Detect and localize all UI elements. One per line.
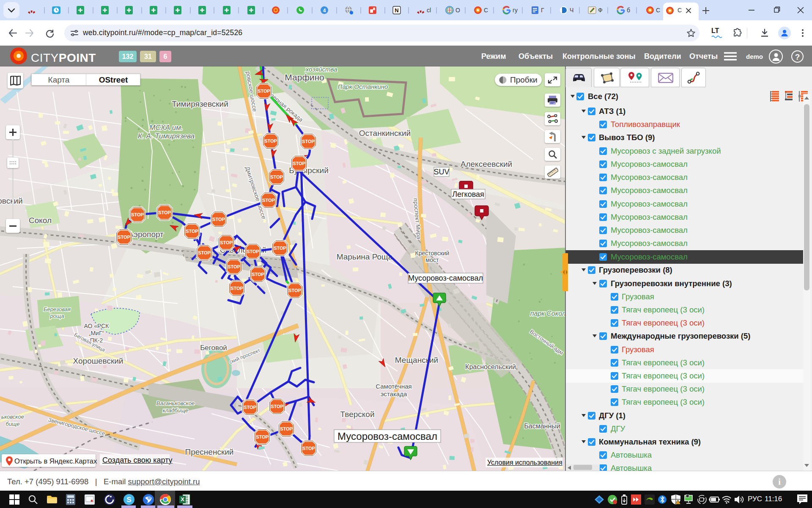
svg-text:хозяйства: хозяйства [305,66,337,73]
svg-text:Парк Останкино: Парк Останкино [338,83,388,90]
svg-text:Красносельский: Красносельский [465,363,516,370]
svg-text:Марьина Роща: Марьина Роща [337,252,393,261]
svg-text:К. А. Тимирязева: К. А. Тимирязева [138,132,195,140]
svg-text:„МиГ“: „МиГ“ [89,330,104,337]
svg-text:бище: бище [6,421,20,427]
svg-text:Беговой: Беговой [200,344,227,352]
svg-text:роща: роща [50,313,64,319]
svg-text:S: S [126,496,131,504]
svg-text:Хорошевский: Хорошевский [73,356,123,365]
svg-text:Березовая: Березовая [44,306,71,312]
svg-text:Самотёчная: Самотёчная [376,383,411,390]
svg-text:Сокол: Сокол [29,216,52,225]
svg-text:Мусоровоз-самосвал: Мусоровоз-самосвал [408,274,483,282]
svg-text:Пресненский: Пресненский [185,447,234,456]
svg-text:N: N [395,7,398,14]
svg-text:Легковая: Легковая [452,190,484,199]
svg-text:овский: овский [0,196,23,205]
svg-text:Марфино: Марфино [285,72,324,82]
svg-text:кладбище: кладбище [163,407,189,414]
svg-text:Останкинский: Останкинский [359,129,411,138]
svg-text:4: 4 [323,8,326,14]
svg-text:Тверской: Тверской [340,410,375,419]
svg-text:Аэропорт: Аэропорт [128,230,164,239]
svg-text:SUV: SUV [433,168,449,176]
svg-text:АО «РСК: АО «РСК [84,323,109,329]
svg-text:Мусоровоз-самосвал: Мусоровоз-самосвал [337,431,437,442]
svg-text:МСХА им.: МСХА им. [149,124,183,132]
svg-text:ьковское: ьковское [1,414,24,420]
svg-text:Басманный: Басманный [524,422,560,430]
svg-text:мост: мост [426,257,439,263]
svg-text:Тимирязевский: Тимирязевский [172,99,228,108]
svg-text:Алексеевский: Алексеевский [461,160,512,168]
svg-text:Ваганьковское: Ваганьковское [156,400,195,406]
svg-text:парк Соколь: парк Соколь [530,310,565,317]
svg-text:Крестовский: Крестовский [415,250,450,257]
svg-text:эстакада: эстакада [381,390,407,398]
svg-text:X: X [181,496,184,502]
svg-text:Мещанский: Мещанский [395,356,438,364]
svg-text:!: ! [678,501,679,505]
